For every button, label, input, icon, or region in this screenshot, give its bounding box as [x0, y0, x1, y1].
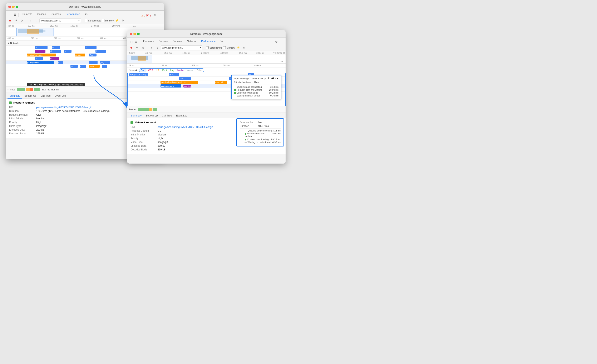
filter-wasm-2[interactable]: Wasm: [185, 69, 195, 72]
minimize-button-2[interactable]: [134, 33, 136, 35]
timeline-ruler-2: 489ms 989 ms 1489 ms 1989 ms 2489 ms 298…: [127, 51, 286, 55]
tab-summary-1[interactable]: Summary: [8, 93, 22, 99]
stop-icon-1[interactable]: ⊘: [19, 18, 24, 23]
tab-calltree-2[interactable]: Call Tree: [160, 113, 174, 118]
tab-eventlog-2[interactable]: Event Log: [174, 113, 189, 118]
tab-more-1[interactable]: >>: [83, 11, 90, 17]
url-chevron-2[interactable]: ▾: [200, 46, 201, 49]
record-icon-2[interactable]: ⏺: [129, 45, 134, 50]
stop-icon-2[interactable]: ⊘: [141, 45, 146, 50]
tick-6: 2997 ms: [112, 25, 120, 27]
tick-2-9: 4489 ms: [273, 52, 281, 54]
tab-elements-1[interactable]: Elements: [19, 11, 35, 17]
warning-badge-1: ⚠ 2: [141, 14, 145, 17]
frame-3: [30, 88, 33, 91]
traffic-lights-1: [8, 6, 18, 8]
tab-performance-1[interactable]: Performance: [63, 11, 83, 17]
filter-media-2[interactable]: Media: [176, 69, 185, 72]
tab-eventlog-1[interactable]: Event Log: [53, 93, 68, 99]
memory-check-2[interactable]: Memory: [223, 46, 235, 49]
filter-img-2[interactable]: Img: [168, 69, 175, 72]
tab-performance-2[interactable]: Performance: [199, 39, 218, 44]
frame-4: [34, 88, 40, 91]
filter-doc-2[interactable]: Doc: [139, 69, 147, 72]
maximize-button-2[interactable]: [137, 33, 140, 35]
url-value-2[interactable]: paris-games-surfing-6753651837110528.3-l…: [157, 126, 213, 129]
cache-from-row-2: From cache No: [240, 121, 281, 124]
tab-console-1[interactable]: Console: [35, 11, 49, 17]
memory-check-1[interactable]: Memory: [102, 19, 114, 22]
screenshots-check-1[interactable]: Screenshots: [85, 19, 101, 22]
priority-label-2: Priority: [131, 137, 157, 140]
perf-icon-1[interactable]: ⚡: [114, 18, 119, 23]
inspect-icon-2[interactable]: ⬚: [129, 39, 134, 44]
paris-games-bar-1: paris-games-...: [27, 61, 54, 64]
more-icon-2[interactable]: ⋮: [279, 39, 284, 44]
r2-tick-5: 489 ms: [254, 64, 261, 67]
device-icon-2[interactable]: ☰: [134, 39, 139, 44]
bar-tooltip-1: 126.79 ms High https://www.google.com/lo…: [27, 83, 85, 86]
tab-bottomup-2[interactable]: Bottom-Up: [144, 113, 160, 118]
tab-sources-2[interactable]: Sources: [170, 39, 184, 44]
minimize-button-1[interactable]: [12, 6, 15, 8]
record-toolbar-2: ⏺ ↺ ⊘ ↑ ↓ www.google.com #1 ▾ Screenshot…: [127, 44, 286, 51]
filter-js-2[interactable]: JS: [155, 69, 161, 72]
tab-sources-1[interactable]: Sources: [49, 11, 63, 17]
url-value-1[interactable]: paris-games-surfing-6753651837110528.3-l…: [36, 106, 91, 109]
bottom-tabs-2: Summary Bottom-Up Call Tree Event Log: [127, 113, 286, 118]
net-bar-10: R...: [89, 54, 96, 56]
decoded-value-1: 299 kB: [36, 132, 44, 135]
settings-icon-2[interactable]: ⚙: [274, 39, 279, 44]
tab-bottomup-1[interactable]: Bottom-Up: [22, 93, 38, 99]
url-chevron-1[interactable]: ▾: [78, 19, 80, 22]
reload-icon-1[interactable]: ↺: [13, 18, 18, 23]
timeline-ruler-1: 497 ms 997 ms 1497 ms 1997 ms 2497 ms 29…: [6, 24, 164, 28]
filter-font-2[interactable]: Font: [160, 69, 168, 72]
tick-2-6: 2989 ms: [220, 52, 228, 54]
download-icon-1[interactable]: ↓: [34, 18, 39, 23]
download-icon-2[interactable]: ↓: [155, 45, 160, 50]
settings-icon-1[interactable]: ⚙: [153, 12, 157, 17]
frames-label-2: Frames: [129, 108, 137, 111]
priority-label-1: Priority: [9, 121, 36, 124]
bar-msb-2: m=sb_wi...: [215, 81, 227, 84]
tooltip-priority-from-2: Medium: [243, 81, 251, 83]
settings2-icon-2[interactable]: ⚙: [242, 45, 247, 50]
bar-google-2: www.google.com/ (...: [129, 73, 148, 76]
bar-tooltip-text-1: 126.79 ms High https://www.google.com/lo…: [28, 84, 83, 86]
tab-calltree-1[interactable]: Call Tree: [39, 93, 53, 99]
upload-icon-2[interactable]: ↑: [149, 45, 154, 50]
record-icon-1[interactable]: ⏺: [8, 18, 13, 23]
tab-summary-2[interactable]: Summary: [129, 113, 144, 118]
frames-indicator-2: [138, 108, 157, 111]
close-button-2[interactable]: [130, 33, 132, 35]
priority-value-2: High: [157, 137, 163, 140]
filter-css-2[interactable]: CSS: [147, 69, 155, 72]
cache-sub-rows-2: — Queuing and connecting 3.18 ms Request…: [240, 128, 281, 144]
tab-console-2[interactable]: Console: [156, 39, 170, 44]
tick-2-3: 1489 ms: [164, 52, 172, 54]
inspect-icon-1[interactable]: ⬚: [8, 12, 13, 17]
net-bar-dots: ...: [102, 65, 107, 68]
color-dot-1: [9, 101, 12, 104]
more-icon-1[interactable]: ⋮: [157, 12, 163, 17]
tab-more-2[interactable]: >>: [218, 39, 226, 44]
upload-icon-1[interactable]: ↑: [28, 18, 33, 23]
tab-elements-2[interactable]: Elements: [141, 39, 156, 44]
tab-network-2[interactable]: Network: [184, 39, 199, 44]
maximize-button-1[interactable]: [16, 6, 18, 8]
r-tick-3: 697 ms: [54, 37, 61, 39]
net-bar-g2: g...: [80, 65, 86, 68]
close-button-1[interactable]: [8, 6, 11, 8]
filter-other-2[interactable]: Other: [195, 69, 204, 72]
perf-icon-2[interactable]: ⚡: [236, 45, 241, 50]
error-badge-1: 🚩 2: [146, 14, 151, 17]
device-icon-1[interactable]: ☰: [13, 12, 17, 17]
settings2-icon-1[interactable]: ⚙: [120, 18, 125, 23]
reload-icon-2[interactable]: ↺: [135, 45, 140, 50]
mime-label-2: Mime Type: [131, 141, 157, 144]
bar-mcdos-2: m=cdos,hsm,jsa,mb4ZUb,d,c...: [160, 81, 198, 84]
cache-from-value-2: No: [259, 121, 262, 124]
tooltip-request-val-2: 18.90 ms: [269, 89, 278, 91]
screenshots-check-2[interactable]: Screenshots: [206, 46, 222, 49]
